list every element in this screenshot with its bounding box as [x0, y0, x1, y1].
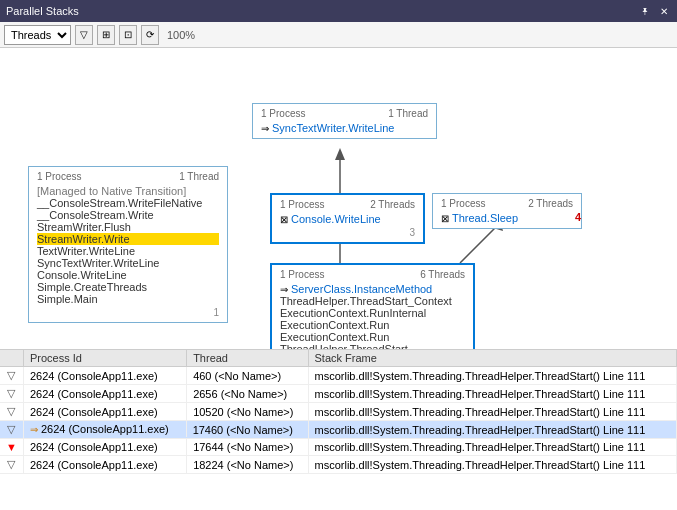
box5-icon: ⇒ [261, 123, 269, 134]
row-thread: 17460 (<No Name>) [187, 421, 308, 439]
stack-box-5[interactable]: 1 Process 1 Thread ⇒ SyncTextWriter.Writ… [252, 103, 437, 139]
box3-method: Console.WriteLine [291, 213, 381, 225]
toolbar-btn3[interactable]: ⟳ [141, 25, 159, 45]
box4-process: 1 Process [441, 198, 485, 209]
row-stack-frame: mscorlib.dll!System.Threading.ThreadHelp… [308, 385, 676, 403]
box2-threads: 6 Threads [420, 269, 465, 280]
table-row[interactable]: ▽ 2624 (ConsoleApp11.exe) 2656 (<No Name… [0, 385, 677, 403]
box1-m2: __ConsoleStream.Write [37, 209, 219, 221]
table-row-current[interactable]: ▽ ⇒2624 (ConsoleApp11.exe) 17460 (<No Na… [0, 421, 677, 439]
row-filter-icon[interactable]: ▽ [0, 385, 23, 403]
table-row[interactable]: ▽ 2624 (ConsoleApp11.exe) 460 (<No Name>… [0, 367, 677, 385]
row-thread: 10520 (<No Name>) [187, 403, 308, 421]
box2-currentmethod: ServerClass.InstanceMethod [291, 283, 432, 295]
box3-label: 3 [280, 227, 415, 238]
row-thread: 18224 (<No Name>) [187, 456, 308, 474]
box2-process: 1 Process [280, 269, 324, 280]
title-bar: Parallel Stacks 🖈 ✕ [0, 0, 677, 22]
stack-box-1[interactable]: 1 Process 1 Thread [Managed to Native Tr… [28, 166, 228, 323]
box2-icon: ⇒ [280, 284, 288, 295]
badge-2: 2 [258, 348, 264, 350]
row-filter-icon[interactable]: ▼ [0, 439, 23, 456]
row-stack-frame: mscorlib.dll!System.Threading.ThreadHelp… [308, 367, 676, 385]
box1-header: 1 Process 1 Thread [37, 171, 219, 182]
row-process-id: 2624 (ConsoleApp11.exe) [23, 403, 186, 421]
current-thread-arrow: ⇒ [30, 424, 38, 435]
box4-threads: 2 Threads [528, 198, 573, 209]
row-filter-icon[interactable]: ▽ [0, 456, 23, 474]
box3-header: 1 Process 2 Threads [280, 199, 415, 210]
pin-button[interactable]: 🖈 [637, 6, 653, 17]
window-title: Parallel Stacks [6, 5, 79, 17]
row-filter-icon[interactable]: ▽ [0, 403, 23, 421]
row-filter-icon[interactable]: ▽ [0, 367, 23, 385]
box5-method: SyncTextWriter.WriteLine [272, 122, 394, 134]
col-stack-frame: Stack Frame [308, 350, 676, 367]
box1-threads: 1 Thread [179, 171, 219, 182]
box5-process: 1 Process [261, 108, 305, 119]
box2-m3: ExecutionContext.Run [280, 319, 465, 331]
stack-box-3[interactable]: 1 Process 2 Threads ⊠ Console.WriteLine … [270, 193, 425, 244]
col-icon [0, 350, 23, 367]
box2-m4: ExecutionContext.Run [280, 331, 465, 343]
row-process-id: 2624 (ConsoleApp11.exe) [23, 439, 186, 456]
box4-method: Thread.Sleep [452, 212, 518, 224]
row-stack-frame: mscorlib.dll!System.Threading.ThreadHelp… [308, 403, 676, 421]
row-stack-frame: mscorlib.dll!System.Threading.ThreadHelp… [308, 421, 676, 439]
box1-label: 1 [37, 307, 219, 318]
row-filter-icon[interactable]: ▽ [0, 421, 23, 439]
row-process-id: 2624 (ConsoleApp11.exe) [23, 367, 186, 385]
stack-box-4[interactable]: 1 Process 2 Threads ⊠ Thread.Sleep [432, 193, 582, 229]
svg-marker-2 [335, 148, 345, 160]
box4-header: 1 Process 2 Threads [441, 198, 573, 209]
row-process-id: 2624 (ConsoleApp11.exe) [23, 385, 186, 403]
box4-icon: ⊠ [441, 213, 449, 224]
box3-icon: ⊠ [280, 214, 288, 225]
box1-process: 1 Process [37, 171, 81, 182]
stack-box-2[interactable]: 1 Process 6 Threads ⇒ ServerClass.Instan… [270, 263, 475, 350]
toolbar-btn2[interactable]: ⊡ [119, 25, 137, 45]
box1-m9: Simple.Main [37, 293, 219, 305]
filter-button[interactable]: ▽ [75, 25, 93, 45]
box3-process: 1 Process [280, 199, 324, 210]
box1-m6: SyncTextWriter.WriteLine [37, 257, 219, 269]
box2-header: 1 Process 6 Threads [280, 269, 465, 280]
row-stack-frame: mscorlib.dll!System.Threading.ThreadHelp… [308, 439, 676, 456]
box1-m4: StreamWriter.Write [37, 233, 219, 245]
col-process-id: Process Id [23, 350, 186, 367]
svg-line-3 [460, 226, 497, 263]
bottom-table: Process Id Thread Stack Frame ▽ 2624 (Co… [0, 350, 677, 510]
row-stack-frame: mscorlib.dll!System.Threading.ThreadHelp… [308, 456, 676, 474]
box5-header: 1 Process 1 Thread [261, 108, 428, 119]
row-thread: 17644 (<No Name>) [187, 439, 308, 456]
box2-m1: ThreadHelper.ThreadStart_Context [280, 295, 465, 307]
toolbar: Threads ▽ ⊞ ⊡ ⟳ 100% [0, 22, 677, 48]
table-row[interactable]: ▼ 2624 (ConsoleApp11.exe) 17644 (<No Nam… [0, 439, 677, 456]
box1-m0: [Managed to Native Transition] [37, 185, 219, 197]
zoom-label: 100% [163, 29, 199, 41]
table-row[interactable]: ▽ 2624 (ConsoleApp11.exe) 10520 (<No Nam… [0, 403, 677, 421]
row-process-id: 2624 (ConsoleApp11.exe) [23, 456, 186, 474]
row-thread: 460 (<No Name>) [187, 367, 308, 385]
box1-m5: TextWriter.WriteLine [37, 245, 219, 257]
box2-m2: ExecutionContext.RunInternal [280, 307, 465, 319]
toolbar-btn1[interactable]: ⊞ [97, 25, 115, 45]
row-process-id: ⇒2624 (ConsoleApp11.exe) [24, 421, 187, 437]
box1-m1: __ConsoleStream.WriteFileNative [37, 197, 219, 209]
main-area: 1 Process 1 Thread ⇒ SyncTextWriter.Writ… [0, 48, 677, 510]
box5-threads: 1 Thread [388, 108, 428, 119]
close-button[interactable]: ✕ [657, 6, 671, 17]
box2-m5: ThreadHelper.ThreadStart [280, 343, 465, 350]
badge-4: 4 [575, 211, 581, 223]
row-thread: 2656 (<No Name>) [187, 385, 308, 403]
box1-m8: Simple.CreateThreads [37, 281, 219, 293]
threads-table: Process Id Thread Stack Frame ▽ 2624 (Co… [0, 350, 677, 474]
col-thread: Thread [187, 350, 308, 367]
diagram-area[interactable]: 1 Process 1 Thread ⇒ SyncTextWriter.Writ… [0, 48, 677, 350]
view-selector[interactable]: Threads [4, 25, 71, 45]
box1-m3: StreamWriter.Flush [37, 221, 219, 233]
box1-m7: Console.WriteLine [37, 269, 219, 281]
box3-threads: 2 Threads [370, 199, 415, 210]
table-row[interactable]: ▽ 2624 (ConsoleApp11.exe) 18224 (<No Nam… [0, 456, 677, 474]
